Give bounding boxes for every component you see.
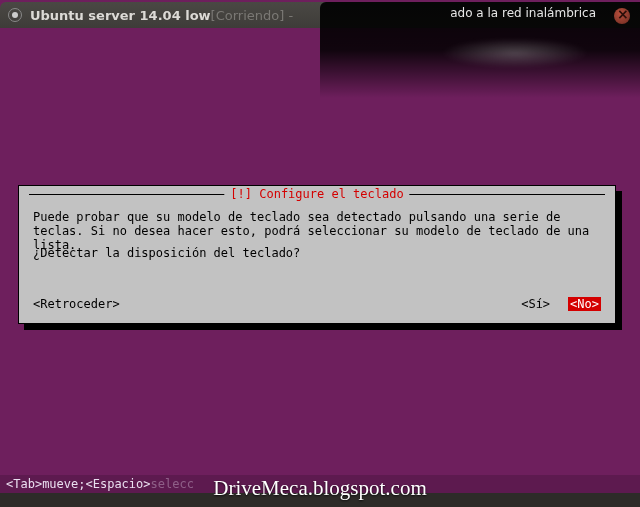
configure-keyboard-dialog: [!] Configure el teclado Puede probar qu… [18,185,616,324]
installer-dialog-wrap: [!] Configure el teclado Puede probar qu… [18,185,622,330]
close-icon[interactable] [614,8,630,24]
vm-screen: Ubuntu server 14.04 low [Corriendo] - ad… [0,0,640,507]
no-button[interactable]: <No> [568,297,601,311]
installer-statusbar: <Tab> mueve; <Espacio> selecc [0,475,640,493]
window-menu-icon[interactable] [8,8,22,22]
yes-button[interactable]: <Sí> [521,297,550,311]
notification-text: ado a la red inalámbrica [450,6,596,20]
dialog-button-row: <Retroceder> <Sí> <No> [33,297,601,311]
notification-fragment: ado a la red inalámbrica [320,2,640,98]
back-button[interactable]: <Retroceder> [33,297,120,311]
vm-bottom-chrome [0,493,640,507]
hint-tab-key: <Tab> [6,477,42,491]
hint-tab-action: mueve; [42,477,85,491]
dialog-title: [!] Configure el teclado [224,187,409,201]
hint-space-key: <Espacio> [85,477,150,491]
hint-space-action: selecc [151,477,194,491]
decorative-glow [440,38,590,68]
window-title-state: [Corriendo] - [211,8,294,23]
dialog-question: ¿Detectar la disposición del teclado? [33,246,300,260]
window-title: Ubuntu server 14.04 low [30,8,211,23]
